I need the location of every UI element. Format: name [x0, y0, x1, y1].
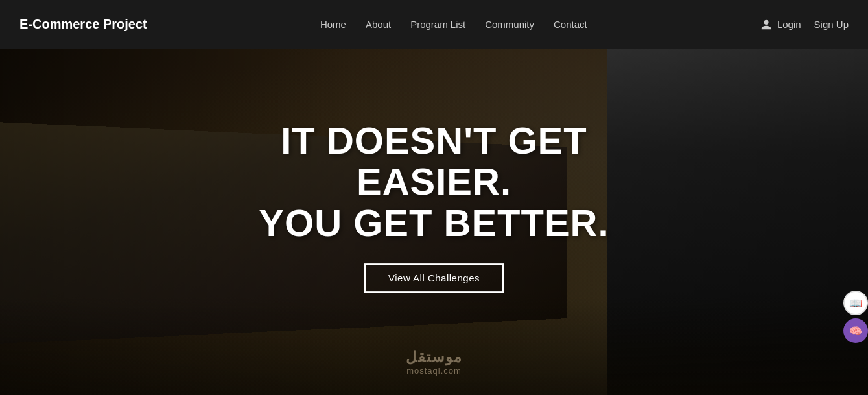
brand-logo[interactable]: E-Commerce Project	[19, 17, 147, 32]
nav-item-program-list[interactable]: Program List	[410, 19, 465, 30]
nav-item-community[interactable]: Community	[485, 19, 534, 30]
book-icon[interactable]: 📖	[843, 291, 868, 315]
headline-line1: IT DOESN'T GET EASIER.	[281, 119, 587, 203]
hero-section: IT DOESN'T GET EASIER. YOU GET BETTER. V…	[0, 0, 868, 395]
nav-link-program-list[interactable]: Program List	[410, 19, 465, 30]
login-label: Login	[777, 19, 801, 30]
nav-item-home[interactable]: Home	[320, 19, 346, 30]
nav-link-contact[interactable]: Contact	[554, 19, 587, 30]
headline-line2: YOU GET BETTER.	[207, 202, 661, 244]
brain-icon[interactable]: 🧠	[843, 318, 868, 343]
navbar: E-Commerce Project Home About Program Li…	[0, 0, 868, 49]
navbar-actions: Login Sign Up	[760, 19, 849, 30]
view-challenges-button[interactable]: View All Challenges	[364, 263, 504, 293]
nav-link-about[interactable]: About	[366, 19, 391, 30]
nav-link-community[interactable]: Community	[485, 19, 534, 30]
hero-content: IT DOESN'T GET EASIER. YOU GET BETTER. V…	[207, 120, 661, 293]
nav-item-contact[interactable]: Contact	[554, 19, 587, 30]
watermark-url: mostaql.com	[406, 366, 463, 376]
hero-headline: IT DOESN'T GET EASIER. YOU GET BETTER.	[207, 120, 661, 244]
nav-item-about[interactable]: About	[366, 19, 391, 30]
nav-link-home[interactable]: Home	[320, 19, 346, 30]
nav-menu: Home About Program List Community Contac…	[320, 19, 587, 30]
user-icon	[760, 19, 772, 30]
watermark-arabic: موستقل	[406, 349, 463, 366]
signup-button[interactable]: Sign Up	[814, 19, 849, 30]
watermark: موستقل mostaql.com	[406, 349, 463, 376]
floating-icons: 📖 🧠	[843, 291, 868, 343]
login-button[interactable]: Login	[760, 19, 801, 30]
